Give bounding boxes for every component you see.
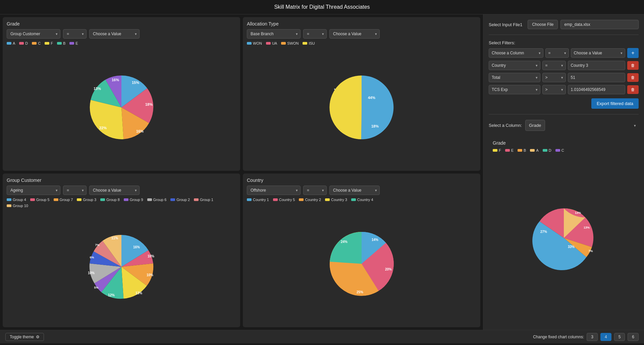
legend-item: UA <box>266 41 277 45</box>
svg-text:16%: 16% <box>112 78 119 82</box>
fixed-cols-label: Change fixed chart columns: <box>533 335 584 339</box>
svg-text:10%: 10% <box>148 254 154 258</box>
right-sidebar: Select Input File1 Choose File emp_data.… <box>483 14 644 330</box>
legend-item: E <box>69 41 78 45</box>
legend-item: F <box>45 41 53 45</box>
country-panel-title: Country <box>247 178 476 183</box>
svg-text:7%: 7% <box>95 243 99 247</box>
filter-val-select-new[interactable]: Choose a Value <box>571 48 626 58</box>
settings-icon: ⚙ <box>36 335 40 339</box>
allocation-legend: WON UA SWON ISU <box>247 41 476 45</box>
allocation-op-select[interactable]: =>< <box>303 29 327 39</box>
country-chart: 14% 20% 25% 17% <box>247 204 476 323</box>
country-op-select[interactable]: =>< <box>303 186 327 195</box>
svg-text:16%: 16% <box>133 245 140 249</box>
group-customer-chart: 16% 10% 10% 13% 12% <box>7 210 236 323</box>
svg-text:24%: 24% <box>341 240 347 244</box>
svg-text:13%: 13% <box>583 226 589 229</box>
filter-row-tcsexp: TCS Exp =>< 🗑 <box>489 85 639 94</box>
grade-panel-title: Grade <box>7 21 236 27</box>
allocation-col-select[interactable]: Base Branch <box>247 29 301 39</box>
grade-chart: 15% 18% 16% 22% 13% <box>7 48 236 167</box>
add-filter-button[interactable]: + <box>627 48 639 58</box>
filter-op-select-new[interactable]: =>< <box>545 48 569 58</box>
svg-text:18%: 18% <box>371 124 379 128</box>
allocation-val-select[interactable]: Choose a Value <box>329 29 380 39</box>
grade-mini-legend: F E B A D C <box>493 148 635 152</box>
filter-col-tcsexp[interactable]: TCS Exp <box>489 85 540 94</box>
legend-item: WON <box>247 41 262 45</box>
svg-text:10%: 10% <box>88 271 95 275</box>
filter-val-total[interactable] <box>568 73 626 82</box>
export-button[interactable]: Export filtered data <box>591 98 639 109</box>
allocation-chart: 44% 19% 19% 18% <box>247 48 476 167</box>
filter-add-row: Choose a Column =>< Choose a Value + <box>489 48 639 58</box>
grade-filter-row: Group Customer =>< Choose a Value <box>7 29 236 39</box>
filter-row-total: Total =>< 🗑 <box>489 73 639 82</box>
svg-text:18%: 18% <box>145 102 153 106</box>
toggle-theme-label: Toggle theme <box>10 335 34 339</box>
grade-legend: A D C F B E <box>7 41 236 45</box>
legend-item: B <box>57 41 65 45</box>
grade-val-select[interactable]: Choose a Value <box>89 29 140 39</box>
svg-text:11%: 11% <box>111 236 118 240</box>
page-title: Skill Matrix for Digital Thread Associat… <box>0 0 644 14</box>
group-customer-op-select[interactable]: =>< <box>63 186 87 195</box>
delete-filter-tcsexp[interactable]: 🗑 <box>627 85 639 94</box>
filter-row-country: Country =>< 🗑 <box>489 61 639 70</box>
legend-item: C <box>32 41 41 45</box>
grade-mini-chart: 7% 13% 7% 33% 27% <box>493 155 635 321</box>
delete-filter-country[interactable]: 🗑 <box>627 61 639 70</box>
svg-text:5%: 5% <box>94 286 98 289</box>
filter-col-country[interactable]: Country <box>489 61 540 70</box>
delete-filter-total[interactable]: 🗑 <box>627 73 639 82</box>
choose-file-button[interactable]: Choose File <box>528 20 558 29</box>
svg-text:12%: 12% <box>108 293 115 297</box>
grade-col-select[interactable]: Group Customer <box>7 29 60 39</box>
allocation-panel: Allocation Type Base Branch =>< <box>243 17 480 171</box>
grade-panel: Grade Group Customer =>< Choo <box>3 17 240 171</box>
filters-label: Select Filters: <box>489 40 639 45</box>
svg-text:7%: 7% <box>588 249 593 253</box>
bottom-charts-row: Group Customer Ageing =>< Cho <box>3 174 480 327</box>
bottom-bar: Toggle theme ⚙ Change fixed chart column… <box>0 330 644 343</box>
legend-item: ISU <box>303 41 315 45</box>
svg-text:6%: 6% <box>90 256 94 259</box>
col-select-dropdown[interactable]: Grade <box>525 120 545 131</box>
filter-val-tcsexp[interactable] <box>568 85 626 94</box>
group-customer-val-select[interactable]: Choose a Value <box>89 186 140 195</box>
grade-op-select[interactable]: =>< <box>63 29 87 39</box>
country-col-select[interactable]: Offshore <box>247 186 301 195</box>
col-btn-5[interactable]: 5 <box>614 333 625 341</box>
filter-op-tcsexp[interactable]: =>< <box>542 85 566 94</box>
svg-text:22%: 22% <box>99 126 107 130</box>
svg-text:13%: 13% <box>94 87 101 91</box>
country-legend: Country 1 Country 5 Country 2 Country 3 … <box>247 198 476 202</box>
filters-section: Select Filters: Choose a Column =>< Choo… <box>489 40 639 109</box>
col-btn-3[interactable]: 3 <box>587 333 598 341</box>
group-customer-panel: Group Customer Ageing =>< Cho <box>3 174 240 327</box>
country-panel: Country Offshore =>< Choose a <box>243 174 480 327</box>
country-val-select[interactable]: Choose a Value <box>329 186 380 195</box>
top-charts-row: Grade Group Customer =>< Choo <box>3 17 480 171</box>
grade-mini-panel: Grade F E B A D C 7% 13% <box>489 136 639 325</box>
col-btn-6[interactable]: 6 <box>628 333 639 341</box>
filter-op-country[interactable]: =>< <box>542 61 566 70</box>
col-btn-4[interactable]: 4 <box>600 333 611 341</box>
charts-area: Grade Group Customer =>< Choo <box>0 14 483 330</box>
svg-text:13%: 13% <box>575 211 581 214</box>
toggle-theme-button[interactable]: Toggle theme ⚙ <box>5 333 44 341</box>
filter-val-country[interactable] <box>568 61 626 70</box>
svg-text:16%: 16% <box>136 129 144 133</box>
fixed-cols-section: Change fixed chart columns: 3 4 5 6 <box>533 333 639 341</box>
svg-text:13%: 13% <box>136 291 142 295</box>
filter-col-select-new[interactable]: Choose a Column <box>489 48 543 58</box>
svg-text:33%: 33% <box>568 245 574 249</box>
col-select-label: Select a Column: <box>489 123 522 128</box>
legend-item: D <box>19 41 28 45</box>
svg-text:25%: 25% <box>357 290 363 294</box>
filter-col-total[interactable]: Total <box>489 73 540 82</box>
filter-op-total[interactable]: =>< <box>542 73 566 82</box>
country-filter-row: Offshore =>< Choose a Value <box>247 186 476 195</box>
group-customer-col-select[interactable]: Ageing <box>7 186 60 195</box>
